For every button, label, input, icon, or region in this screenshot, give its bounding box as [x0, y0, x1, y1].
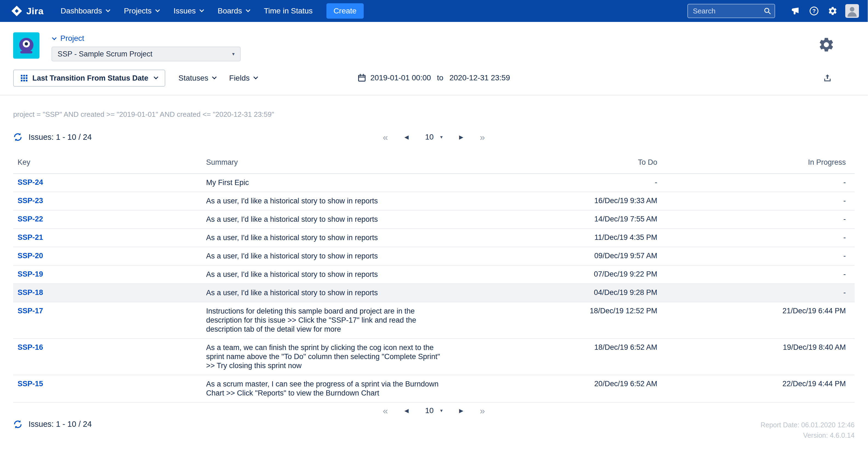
table-row[interactable]: SSP-16 As a team, we can finish the spri… [13, 338, 855, 375]
chevron-down-icon [155, 8, 160, 12]
create-button[interactable]: Create [327, 3, 364, 19]
prev-page-button[interactable]: ◀ [405, 408, 409, 413]
nav-item-issues[interactable]: Issues [166, 0, 211, 22]
issue-summary: As a user, I'd like a historical story t… [206, 233, 449, 242]
column-header-todo: To Do [453, 153, 662, 174]
table-row[interactable]: SSP-17 Instructions for deleting this sa… [13, 302, 855, 338]
nav-item-label: Projects [124, 7, 152, 16]
inprogress-date: 19/Dec/19 8:40 AM [662, 338, 855, 375]
last-page-button[interactable]: » [479, 132, 485, 142]
first-page-button[interactable]: « [383, 132, 388, 142]
fields-label: Fields [229, 74, 250, 83]
jql-query-text: project = "SSP" AND created >= "2019-01-… [0, 95, 868, 119]
search-icon[interactable] [764, 7, 771, 15]
issue-summary: As a user, I'd like a historical story t… [206, 215, 449, 224]
chevron-down-icon [212, 75, 217, 80]
table-row[interactable]: SSP-19 As a user, I'd like a historical … [13, 265, 855, 284]
project-avatar[interactable] [13, 32, 39, 59]
feedback-megaphone-icon[interactable] [788, 4, 803, 18]
table-row[interactable]: SSP-23 As a user, I'd like a historical … [13, 192, 855, 210]
export-icon[interactable] [823, 74, 832, 82]
issue-key-link[interactable]: SSP-18 [18, 289, 43, 297]
page-size-value: 10 [425, 406, 434, 415]
project-picker-label: Project [60, 34, 84, 43]
issue-summary: As a user, I'd like a historical story t… [206, 289, 449, 297]
report-date-text: Report Date: 06.01.2020 12:46 [761, 420, 855, 430]
statuses-dropdown[interactable]: Statuses [179, 74, 216, 83]
jira-logo-icon [11, 5, 23, 17]
version-text: Version: 4.6.0.14 [761, 430, 855, 441]
fields-dropdown[interactable]: Fields [229, 74, 257, 83]
table-row[interactable]: SSP-21 As a user, I'd like a historical … [13, 229, 855, 247]
table-row[interactable]: SSP-24 My First Epic - - [13, 174, 855, 192]
issue-key-link[interactable]: SSP-22 [18, 215, 43, 223]
first-page-button[interactable]: « [383, 406, 388, 415]
page-size-value: 10 [425, 133, 434, 142]
report-toolbar: Last Transition From Status Date Statuse… [0, 66, 868, 95]
nav-item-boards[interactable]: Boards [211, 0, 257, 22]
table-row[interactable]: SSP-15 As a scrum master, I can see the … [13, 375, 855, 402]
project-select[interactable]: SSP - Sample Scrum Project ▾ [52, 47, 241, 61]
issue-key-link[interactable]: SSP-23 [18, 196, 43, 205]
inprogress-date: - [662, 229, 855, 247]
report-meta: Report Date: 06.01.2020 12:46 Version: 4… [761, 420, 855, 441]
dropdown-caret-icon: ▾ [440, 407, 443, 414]
inprogress-date: - [662, 247, 855, 265]
main-menu: Dashboards Projects Issues Boards Time i… [54, 0, 320, 22]
issue-summary: Instructions for deleting this sample bo… [206, 307, 449, 334]
jira-logo[interactable]: Jira [11, 5, 43, 17]
todo-date: 20/Dec/19 6:52 AM [453, 375, 662, 402]
project-picker-toggle[interactable]: Project [53, 34, 84, 43]
pagination-top: « ◀ 10 ▾ ▶ » [383, 132, 485, 142]
issue-key-link[interactable]: SSP-17 [18, 307, 43, 315]
inprogress-date: - [662, 210, 855, 229]
issue-summary: As a user, I'd like a historical story t… [206, 252, 449, 261]
issues-count: Issues: 1 - 10 / 24 [29, 133, 92, 142]
nav-item-projects[interactable]: Projects [117, 0, 166, 22]
nav-item-time-in-status[interactable]: Time in Status [257, 0, 320, 22]
refresh-icon[interactable] [13, 132, 23, 142]
chevron-down-icon [105, 8, 110, 12]
nav-item-dashboards[interactable]: Dashboards [54, 0, 117, 22]
issue-summary: As a scrum master, I can see the progres… [206, 380, 449, 398]
table-header-row: Key Summary To Do In Progress [13, 153, 855, 174]
date-range-picker[interactable]: 2019-01-01 00:00 to 2020-12-31 23:59 [358, 73, 510, 82]
settings-gear-icon[interactable] [826, 4, 840, 18]
dropdown-caret-icon: ▾ [440, 134, 443, 140]
todo-date: 14/Dec/19 7:55 AM [453, 210, 662, 229]
issue-key-link[interactable]: SSP-16 [18, 343, 43, 352]
pagination-bottom: « ◀ 10 ▾ ▶ » [383, 406, 485, 415]
issue-summary: As a user, I'd like a historical story t… [206, 196, 449, 206]
inprogress-date: - [662, 192, 855, 210]
user-avatar[interactable] [845, 4, 859, 18]
table-row[interactable]: SSP-22 As a user, I'd like a historical … [13, 210, 855, 229]
table-row[interactable]: SSP-18 As a user, I'd like a historical … [13, 284, 855, 302]
prev-page-button[interactable]: ◀ [405, 134, 409, 140]
issues-bar-bottom: Issues: 1 - 10 / 24 « ◀ 10 ▾ ▶ » Report … [0, 403, 868, 451]
project-picker: Project SSP - Sample Scrum Project ▾ [52, 32, 241, 61]
issues-bar-top: Issues: 1 - 10 / 24 « ◀ 10 ▾ ▶ » [0, 119, 868, 146]
report-type-label: Last Transition From Status Date [32, 74, 148, 83]
issue-key-link[interactable]: SSP-15 [18, 380, 43, 388]
refresh-icon[interactable] [13, 420, 23, 429]
inprogress-date: 21/Dec/19 6:44 PM [662, 302, 855, 338]
page-size-select[interactable]: 10 ▾ [425, 406, 443, 415]
report-settings-gear-icon[interactable] [818, 36, 835, 53]
issue-table-body: SSP-24 My First Epic - - SSP-23 As a use… [13, 174, 855, 402]
last-page-button[interactable]: » [479, 406, 485, 415]
issue-summary: As a user, I'd like a historical story t… [206, 270, 449, 279]
search-input[interactable] [687, 4, 775, 18]
next-page-button[interactable]: ▶ [459, 408, 463, 413]
top-navigation-bar: Jira Dashboards Projects Issues Boards T… [0, 0, 868, 22]
chevron-down-icon [253, 75, 258, 80]
help-icon[interactable]: ? [807, 4, 821, 18]
page-size-select[interactable]: 10 ▾ [425, 133, 443, 142]
issue-key-link[interactable]: SSP-20 [18, 252, 43, 260]
table-row[interactable]: SSP-20 As a user, I'd like a historical … [13, 247, 855, 265]
date-to-value: 2020-12-31 23:59 [450, 73, 510, 82]
next-page-button[interactable]: ▶ [459, 134, 463, 140]
issue-key-link[interactable]: SSP-21 [18, 233, 43, 241]
issue-key-link[interactable]: SSP-19 [18, 270, 43, 278]
issue-key-link[interactable]: SSP-24 [18, 178, 43, 186]
report-type-button[interactable]: Last Transition From Status Date [13, 70, 165, 87]
